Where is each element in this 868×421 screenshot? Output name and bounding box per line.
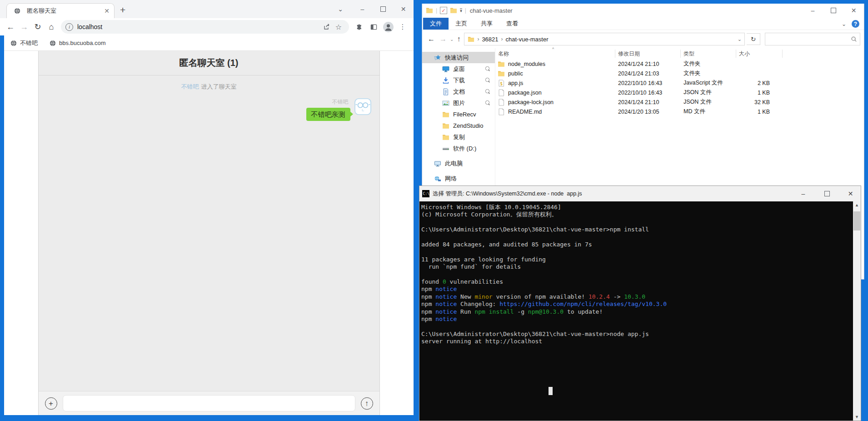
forward-icon[interactable]: →: [17, 20, 31, 34]
bookmark-star-icon[interactable]: ☆: [333, 23, 344, 31]
browser-lower: 不错吧bbs.bucuoba.com 匿名聊天室 (1) 不错吧进入了聊天室 不…: [0, 35, 414, 415]
chat-message-input[interactable]: [63, 395, 355, 411]
sidebar-item-downloads[interactable]: 下载: [422, 75, 495, 86]
chat-header: 匿名聊天室 (1): [39, 51, 379, 75]
file-name-cell: README.md: [495, 108, 615, 115]
explorer-up-icon[interactable]: ↑: [455, 35, 462, 43]
column-header[interactable]: 大小: [736, 50, 783, 58]
terminal-minimize-button[interactable]: –: [793, 186, 813, 201]
sidebar-item-filerecv[interactable]: FileRecv: [422, 109, 495, 120]
sidebar-item-network[interactable]: 网络: [422, 173, 495, 184]
tab-search-chevron-icon[interactable]: ⌄: [338, 5, 343, 13]
home-icon[interactable]: ⌂: [45, 20, 58, 34]
profile-avatar[interactable]: [382, 20, 394, 33]
attach-plus-button[interactable]: +: [45, 397, 57, 410]
sidebar-item-documents[interactable]: 文档: [422, 86, 495, 97]
sidebar-item-this-pc[interactable]: 此电脑: [422, 158, 495, 169]
sidebar-item-label: 桌面: [453, 65, 465, 73]
terminal-output[interactable]: Microsoft Windows [版本 10.0.19045.2846](c…: [419, 201, 853, 421]
explorer-maximize-button[interactable]: [823, 4, 843, 17]
file-row[interactable]: public2024/1/24 21:03文件夹: [495, 69, 864, 78]
tab-close-icon[interactable]: ✕: [104, 7, 110, 15]
sidebar-item-copy[interactable]: 复制: [422, 131, 495, 143]
share-icon[interactable]: [321, 23, 333, 30]
side-panel-icon[interactable]: [367, 20, 380, 33]
address-bar[interactable]: i localhost ☆: [61, 20, 349, 34]
bookmark-item[interactable]: bbs.bucuoba.com: [50, 40, 106, 46]
explorer-address-row: ← → ⌄ ↑ ›36821›chat-vue-master⌄ ↻: [422, 30, 864, 48]
browser-maximize-button[interactable]: [373, 0, 393, 18]
folder-icon: [442, 111, 449, 118]
page-content: 匿名聊天室 (1) 不错吧进入了聊天室 不错吧 不错吧亲测: [4, 51, 414, 415]
explorer-minimize-button[interactable]: –: [803, 4, 823, 17]
extensions-puzzle-icon[interactable]: [353, 20, 365, 33]
terminal-scrollbar[interactable]: ▲ ▼: [853, 201, 861, 421]
pictures-icon: [442, 100, 449, 107]
cmd-icon: C:\: [422, 190, 429, 197]
file-name: README.md: [508, 109, 542, 115]
breadcrumb-segment[interactable]: chat-vue-master: [506, 36, 549, 43]
folder-icon: [426, 7, 433, 14]
system-message-user: 不错吧: [181, 83, 199, 90]
sidebar-item-drive-d[interactable]: 软件 (D:): [422, 143, 495, 154]
ribbon-tab-file[interactable]: 文件: [423, 18, 449, 30]
explorer-forward-icon[interactable]: →: [438, 35, 449, 43]
column-header[interactable]: 名称: [495, 50, 615, 58]
send-button[interactable]: ↑: [361, 397, 373, 410]
file-row[interactable]: node_modules2024/1/24 21:10文件夹: [495, 59, 864, 69]
ribbon-tab-home[interactable]: 主页: [449, 18, 474, 30]
tab-favicon-globe-icon: [11, 8, 23, 14]
address-dropdown-chevron-icon[interactable]: ⌄: [738, 36, 742, 42]
browser-tab[interactable]: 匿名聊天室 ✕: [6, 3, 115, 18]
new-folder-icon[interactable]: [450, 7, 457, 14]
sidebar-item-desktop[interactable]: 桌面: [422, 63, 495, 75]
back-icon[interactable]: ←: [4, 20, 17, 34]
explorer-address-box[interactable]: ›36821›chat-vue-master⌄: [464, 33, 745, 45]
scroll-up-icon[interactable]: ▲: [853, 201, 861, 209]
scroll-down-icon[interactable]: ▼: [853, 413, 861, 421]
ribbon-collapse-chevron-icon[interactable]: ⌄: [842, 21, 846, 27]
browser-menu-icon[interactable]: ⋮: [396, 20, 409, 33]
file-file-icon: [498, 89, 505, 96]
file-row[interactable]: package-lock.json2024/1/24 21:10JSON 文件3…: [495, 97, 864, 107]
file-file-icon: [498, 99, 505, 106]
sidebar-item-pictures[interactable]: 图片: [422, 97, 495, 109]
reload-icon[interactable]: ↻: [31, 20, 45, 34]
file-name-cell: package-lock.json: [495, 99, 615, 106]
ribbon-tabs: 文件主页共享查看 ⌄ ?: [422, 17, 864, 30]
scrollbar-thumb[interactable]: [853, 211, 860, 231]
help-icon[interactable]: ?: [852, 20, 859, 28]
properties-check-icon[interactable]: ✓: [440, 7, 447, 14]
sidebar-item-zendstudio[interactable]: ZendStudio: [422, 120, 495, 131]
file-row[interactable]: README.md2024/1/20 13:05MD 文件1 KB: [495, 107, 864, 116]
file-row[interactable]: package.json2022/10/10 16:43JSON 文件1 KB: [495, 88, 864, 97]
ribbon-tab-share[interactable]: 共享: [474, 18, 499, 30]
column-header[interactable]: 类型: [681, 50, 736, 58]
terminal-line: [421, 271, 853, 278]
bookmark-item[interactable]: 不错吧: [10, 39, 38, 47]
column-header[interactable]: 修改日期: [615, 50, 681, 58]
tab-title: 匿名聊天室: [27, 7, 100, 15]
system-message: 不错吧进入了聊天室: [39, 83, 379, 91]
ribbon-tab-view[interactable]: 查看: [499, 18, 525, 30]
explorer-search-input[interactable]: [768, 35, 851, 43]
address-refresh-icon[interactable]: ↻: [747, 33, 760, 45]
browser-tab-strip: 匿名聊天室 ✕ + ⌄ – ✕: [0, 0, 414, 18]
browser-close-button[interactable]: ✕: [393, 0, 414, 18]
customize-qat-chevron-icon[interactable]: ▾: [460, 9, 462, 13]
breadcrumb-segment[interactable]: 36821: [482, 36, 498, 43]
terminal-line: [421, 219, 853, 226]
file-row[interactable]: app.js2022/10/10 16:43JavaScript 文件2 KB: [495, 78, 864, 88]
sort-ascending-icon[interactable]: ^: [552, 47, 554, 51]
sidebar-item-quick-access[interactable]: 快速访问: [422, 52, 495, 63]
explorer-close-button[interactable]: ✕: [843, 4, 864, 17]
browser-minimize-button[interactable]: –: [352, 0, 373, 18]
site-info-icon[interactable]: i: [65, 23, 73, 31]
explorer-back-icon[interactable]: ←: [426, 35, 437, 43]
recent-locations-chevron-icon[interactable]: ⌄: [449, 37, 454, 42]
terminal-close-button[interactable]: ✕: [840, 186, 861, 201]
url-text[interactable]: localhost: [77, 23, 321, 30]
terminal-maximize-button[interactable]: [817, 186, 837, 201]
explorer-search-box[interactable]: [765, 33, 860, 45]
new-tab-button[interactable]: +: [120, 5, 125, 15]
